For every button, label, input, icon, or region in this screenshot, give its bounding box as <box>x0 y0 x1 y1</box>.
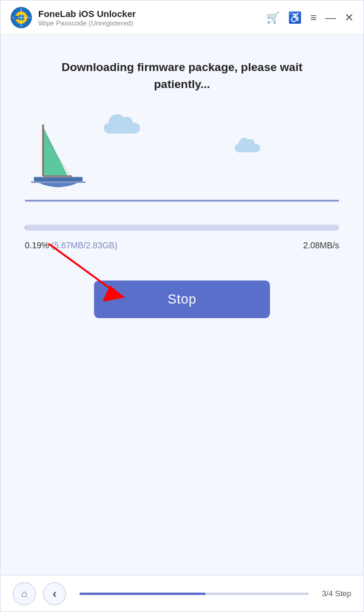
cloud-1 <box>104 123 140 134</box>
title-bar: FoneLab iOS Unlocker Wipe Passcode (Unre… <box>1 1 363 35</box>
water-line <box>25 200 339 202</box>
progress-info: 0.19% (5.67MB/2.83GB) 2.08MB/s <box>25 240 339 250</box>
title-bar-text: FoneLab iOS Unlocker Wipe Passcode (Unre… <box>38 8 266 27</box>
svg-point-5 <box>15 16 18 19</box>
progress-fill <box>25 225 25 231</box>
progress-stats: 0.19% (5.67MB/2.83GB) <box>25 240 118 250</box>
svg-marker-6 <box>43 127 67 176</box>
home-icon: ⌂ <box>21 588 27 599</box>
sailboat-svg <box>31 121 86 194</box>
cloud-2 <box>235 144 260 152</box>
illustration-area <box>25 110 339 214</box>
bottom-bar: ⌂ ‹ 3/4 Step <box>1 575 363 611</box>
sailboat <box>31 121 86 197</box>
app-logo <box>10 7 32 29</box>
progress-bar-container <box>25 225 339 231</box>
close-icon[interactable]: ✕ <box>345 12 354 23</box>
cart-icon[interactable]: 🛒 <box>266 12 280 23</box>
window-controls: 🛒 ♿ ≡ — ✕ <box>266 12 354 23</box>
step-progress-bar <box>79 593 309 595</box>
step-label: 3/4 Step <box>322 589 351 598</box>
progress-percent: 0.19% <box>25 240 49 250</box>
progress-speed: 2.08MB/s <box>303 240 339 250</box>
minimize-icon[interactable]: — <box>325 12 336 23</box>
app-subtitle: Wipe Passcode (Unregistered) <box>38 19 266 27</box>
back-button[interactable]: ‹ <box>43 582 66 605</box>
step-progress-fill <box>79 593 206 595</box>
app-title: FoneLab iOS Unlocker <box>38 8 266 19</box>
progress-size: (5.67MB/2.83GB) <box>52 240 118 250</box>
home-button[interactable]: ⌂ <box>13 582 36 605</box>
menu-icon[interactable]: ≡ <box>310 12 317 23</box>
headline: Downloading firmware package, please wai… <box>61 59 302 92</box>
back-icon: ‹ <box>53 586 57 600</box>
accessibility-icon[interactable]: ♿ <box>288 12 302 23</box>
main-content: Downloading firmware package, please wai… <box>1 35 363 330</box>
stop-button[interactable]: Stop <box>94 280 270 318</box>
stop-section: Stop <box>25 280 339 318</box>
